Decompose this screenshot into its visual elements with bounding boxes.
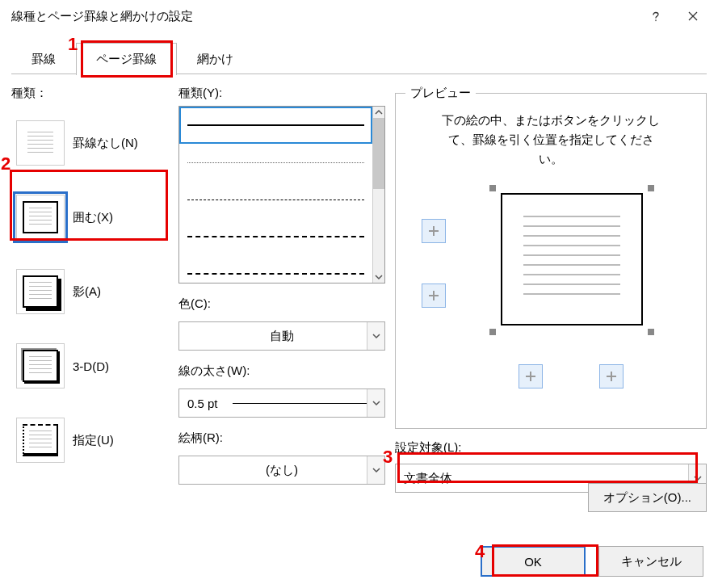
tabstrip: 罫線 ページ罫線 網かけ bbox=[0, 32, 718, 74]
width-preview-line bbox=[233, 403, 376, 404]
style-option-solid[interactable] bbox=[179, 107, 372, 144]
line-style-list[interactable] bbox=[178, 106, 385, 284]
style-label: 種類(Y): bbox=[178, 86, 385, 101]
setting-box-icon bbox=[16, 195, 65, 240]
setting-shadow-label: 影(A) bbox=[73, 284, 101, 300]
style-option-dashed-1[interactable] bbox=[179, 181, 372, 218]
style-scrollbar[interactable] bbox=[372, 107, 384, 283]
preview-area bbox=[405, 178, 696, 388]
help-button[interactable] bbox=[637, 4, 674, 28]
preview-group: プレビュー 下の絵の中、またはボタンをクリックし て、罫線を引く位置を指定してく… bbox=[395, 86, 707, 429]
setting-shadow-icon bbox=[16, 269, 65, 314]
close-button[interactable] bbox=[674, 4, 712, 28]
chevron-down-icon bbox=[367, 322, 384, 350]
preview-hint: 下の絵の中、またはボタンをクリックし て、罫線を引く位置を指定してくださ い。 bbox=[405, 111, 696, 169]
art-value: (なし) bbox=[187, 463, 376, 478]
width-value: 0.5 pt bbox=[187, 397, 218, 410]
setting-3d[interactable]: 3-D(D) bbox=[11, 329, 169, 403]
setting-3d-label: 3-D(D) bbox=[73, 359, 109, 373]
setting-custom-label: 指定(U) bbox=[73, 433, 114, 448]
options-button[interactable]: オプション(O)... bbox=[588, 483, 707, 512]
tab-page-border[interactable]: ページ罫線 bbox=[76, 43, 177, 75]
scroll-down-icon[interactable] bbox=[373, 271, 384, 283]
color-combo[interactable]: 自動 bbox=[178, 321, 385, 351]
width-label: 線の太さ(W): bbox=[178, 363, 385, 379]
color-label: 色(C): bbox=[178, 296, 385, 312]
border-left-toggle[interactable] bbox=[519, 364, 543, 388]
setting-type-label: 種類： bbox=[11, 86, 169, 101]
apply-to-label: 設定対象(L): bbox=[395, 440, 707, 456]
setting-3d-icon bbox=[16, 343, 65, 388]
setting-none-icon bbox=[16, 120, 65, 166]
setting-box[interactable]: 囲む(X) bbox=[11, 180, 169, 254]
dialog-title: 線種とページ罫線と網かけの設定 bbox=[11, 9, 637, 24]
setting-none[interactable]: 罫線なし(N) bbox=[11, 106, 169, 180]
cancel-button[interactable]: キャンセル bbox=[598, 546, 703, 577]
border-bottom-toggle[interactable] bbox=[422, 284, 446, 308]
style-option-dashed-2[interactable] bbox=[179, 218, 372, 255]
color-value: 自動 bbox=[187, 329, 376, 344]
scroll-thumb[interactable] bbox=[373, 118, 384, 189]
art-label: 絵柄(R): bbox=[178, 430, 385, 446]
border-right-toggle[interactable] bbox=[599, 364, 624, 388]
style-option-dashed-3[interactable] bbox=[179, 255, 372, 284]
setting-shadow[interactable]: 影(A) bbox=[11, 254, 169, 329]
apply-to-value: 文書全体 bbox=[404, 471, 452, 486]
setting-custom[interactable]: 指定(U) bbox=[11, 403, 169, 477]
art-combo[interactable]: (なし) bbox=[178, 456, 385, 485]
setting-custom-icon bbox=[16, 418, 65, 463]
setting-box-label: 囲む(X) bbox=[73, 210, 113, 225]
dialog-footer: OK キャンセル bbox=[481, 546, 703, 577]
style-option-dotted[interactable] bbox=[179, 144, 372, 181]
chevron-down-icon bbox=[367, 456, 384, 484]
preview-legend: プレビュー bbox=[405, 86, 476, 101]
width-combo[interactable]: 0.5 pt bbox=[178, 388, 385, 418]
scroll-up-icon[interactable] bbox=[373, 107, 384, 118]
ok-button[interactable]: OK bbox=[481, 546, 586, 577]
setting-none-label: 罫線なし(N) bbox=[73, 136, 138, 151]
tab-borders[interactable]: 罫線 bbox=[11, 43, 76, 75]
chevron-down-icon bbox=[367, 389, 384, 417]
preview-page[interactable] bbox=[501, 193, 643, 326]
titlebar: 線種とページ罫線と網かけの設定 bbox=[0, 0, 718, 32]
border-top-toggle[interactable] bbox=[422, 219, 446, 243]
tab-shading[interactable]: 網かけ bbox=[177, 43, 254, 75]
